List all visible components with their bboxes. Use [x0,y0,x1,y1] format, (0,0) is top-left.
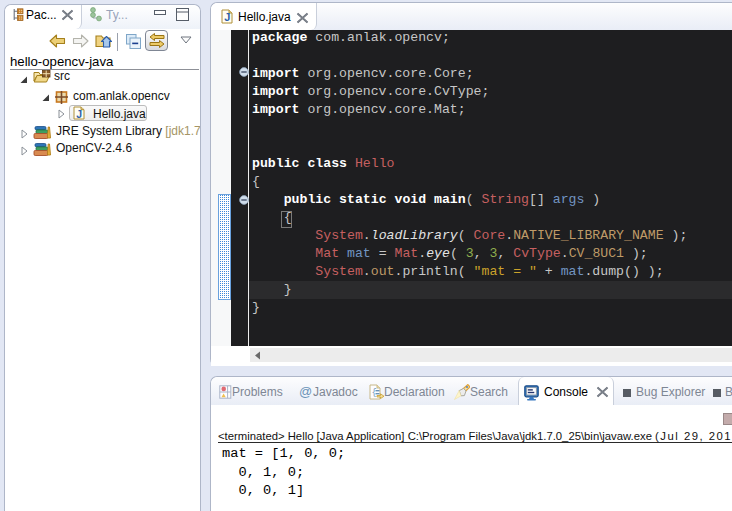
svg-text:J: J [76,108,82,120]
svg-text:J: J [224,11,230,23]
